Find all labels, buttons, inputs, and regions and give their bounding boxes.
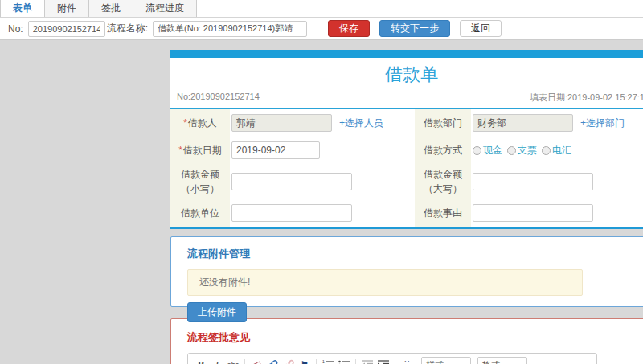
radio-cheque[interactable]: 支票 [507, 144, 537, 157]
toolbar-separator [395, 359, 395, 364]
amount-uppercase-field-cell [471, 164, 643, 199]
loan-method-field-cell: 现金 支票 电汇 [471, 137, 643, 164]
form-date-text: 填表日期:2019-09-02 15:27:1 [530, 92, 643, 104]
link-icon[interactable] [264, 358, 281, 364]
borrower-label-cell: *借款人 [170, 109, 230, 137]
attachment-heading: 流程附件管理 [187, 247, 636, 261]
flow-name-label: 流程名称: [107, 22, 148, 35]
indent-icon[interactable] [375, 358, 391, 364]
anchor-flag-icon[interactable]: ⚑ [297, 358, 313, 364]
tab-attachments-label: 附件 [57, 2, 76, 15]
department-field-cell: +选择部门 [471, 109, 643, 137]
toolbar-separator [355, 359, 356, 364]
command-bar: No: 流程名称: 保存 转交下一步 返回 [0, 18, 643, 40]
chevron-down-icon: ▾ [519, 362, 522, 364]
toolbar-separator [316, 359, 317, 364]
format-dropdown-label: 格式 [482, 359, 500, 364]
loan-form-panel: 借款单 No:20190902152714 填表日期:2019-09-02 15… [170, 50, 643, 229]
loan-date-input[interactable] [231, 141, 320, 159]
required-asterisk: * [178, 145, 182, 156]
loan-reason-input[interactable] [473, 204, 593, 222]
radio-circle-icon [473, 146, 481, 155]
no-input[interactable] [28, 21, 105, 37]
screen: 表单 附件 签批 流程进度 No: 流程名称: 保存 转交下一步 返回 借款单 … [0, 0, 643, 364]
radio-circle-icon [542, 146, 551, 155]
loan-reason-label-cell: 借款事由 [415, 199, 471, 227]
strikethrough-icon[interactable]: abc [225, 358, 241, 364]
amount-uppercase-input[interactable] [473, 173, 593, 190]
loan-method-label-cell: 借款方式 [415, 137, 471, 164]
amount-uppercase-label-cell: 借款金额（大写） [415, 164, 471, 199]
workspace: 借款单 No:20190902152714 填表日期:2019-09-02 15… [0, 40, 643, 364]
tab-form[interactable]: 表单 [0, 0, 45, 17]
blockquote-icon[interactable]: ” [399, 358, 415, 364]
select-department-link[interactable]: +选择部门 [580, 117, 625, 130]
no-attachment-alert: 还没有附件! [187, 269, 583, 296]
form-title: 借款单 [170, 58, 643, 90]
borrower-field-cell: +选择人员 [230, 109, 415, 137]
radio-circle-icon [507, 146, 516, 155]
tab-progress-label: 流程进度 [145, 2, 184, 15]
no-label: No: [8, 23, 23, 35]
flow-name-input[interactable] [153, 21, 307, 37]
outdent-icon[interactable] [359, 358, 375, 364]
editor-toolbar: B I abc ⚑ 123 [188, 354, 596, 364]
forward-next-step-button[interactable]: 转交下一步 [379, 20, 450, 37]
required-asterisk: * [183, 117, 187, 129]
department-input[interactable] [473, 114, 573, 132]
style-dropdown[interactable]: 样式 ▾ [421, 357, 471, 364]
department-label-cell: 借款部门 [415, 109, 471, 137]
attachment-panel: 流程附件管理 还没有附件! 上传附件 [170, 236, 643, 307]
approval-comments-panel: 流程签批意见 B I abc ⚑ [170, 318, 643, 364]
bold-icon[interactable]: B [193, 358, 209, 364]
back-button[interactable]: 返回 [460, 20, 502, 37]
amount-lowercase-input[interactable] [231, 173, 352, 190]
tab-approval[interactable]: 签批 [89, 0, 133, 17]
approval-comments-heading: 流程签批意见 [187, 330, 636, 345]
tab-attachments[interactable]: 附件 [45, 0, 89, 17]
radio-cash[interactable]: 现金 [473, 144, 502, 157]
tab-approval-label: 签批 [101, 2, 121, 15]
rich-text-editor: B I abc ⚑ 123 [187, 353, 597, 364]
loan-unit-label-cell: 借款单位 [170, 199, 230, 227]
tab-form-label: 表单 [13, 2, 32, 15]
borrower-input[interactable] [231, 114, 332, 132]
panel-top-accent-bar [170, 50, 643, 58]
chevron-down-icon: ▾ [463, 362, 466, 364]
loan-reason-field-cell [471, 199, 643, 227]
loan-date-field-cell [230, 137, 415, 164]
loan-date-label-cell: *借款日期 [170, 137, 230, 164]
loan-method-radio-group: 现金 支票 电汇 [473, 144, 576, 157]
loan-unit-field-cell [230, 199, 415, 227]
remove-format-icon[interactable] [248, 358, 264, 364]
save-button[interactable]: 保存 [328, 20, 370, 37]
bullet-list-icon[interactable] [336, 358, 352, 364]
tab-bar: 表单 附件 签批 流程进度 [0, 0, 643, 18]
amount-lowercase-field-cell [230, 164, 415, 199]
format-dropdown[interactable]: 格式 ▾ [477, 357, 527, 364]
loan-form-grid: *借款人 +选择人员 借款部门 +选择部门 *借款日期 借款方式 [170, 109, 643, 227]
form-no-text: No:20190902152714 [177, 92, 260, 104]
select-person-link[interactable]: +选择人员 [339, 117, 383, 130]
tab-progress[interactable]: 流程进度 [133, 0, 197, 17]
radio-wire-transfer[interactable]: 电汇 [542, 144, 571, 157]
toolbar-separator [244, 359, 245, 364]
loan-unit-input[interactable] [231, 204, 352, 222]
upload-attachment-button[interactable]: 上传附件 [187, 302, 247, 322]
form-meta-row: No:20190902152714 填表日期:2019-09-02 15:27:… [170, 90, 643, 109]
numbered-list-icon[interactable]: 123 [320, 358, 336, 364]
style-dropdown-label: 样式 [426, 359, 444, 364]
unlink-icon[interactable] [281, 358, 297, 364]
amount-lowercase-label-cell: 借款金额（小写） [170, 164, 230, 199]
italic-icon[interactable]: I [209, 358, 225, 364]
